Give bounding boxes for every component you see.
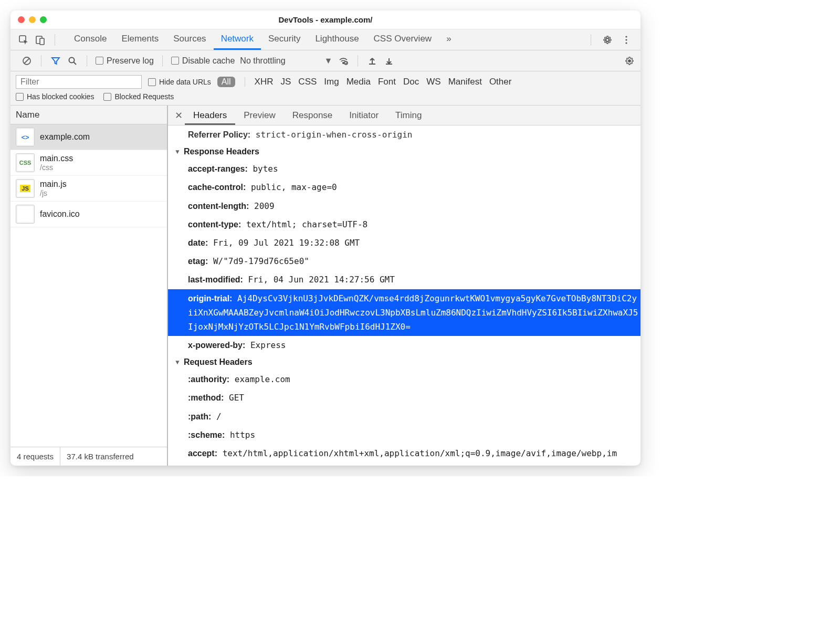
header-row[interactable]: :authority: example.com [168,370,640,388]
filter-type-ws[interactable]: WS [426,77,440,87]
filter-type-media[interactable]: Media [346,77,371,87]
detail-tab-headers[interactable]: Headers [185,106,235,125]
svg-point-14 [628,59,631,61]
svg-rect-2 [40,38,44,45]
referrer-policy-row: Referrer Policy: strict-origin-when-cros… [168,125,640,144]
divider [591,34,591,46]
detail-pane: ✕ HeadersPreviewResponseInitiatorTiming … [168,106,640,466]
split-pane: Name <>example.comCSSmain.css/cssJSmain.… [10,106,640,466]
device-toolbar-icon[interactable] [35,34,46,46]
tab-lighthouse[interactable]: Lighthouse [308,29,366,50]
search-icon[interactable] [67,55,78,67]
import-har-icon[interactable] [366,55,378,67]
header-row[interactable]: etag: W/"7d9-179d76c65e0" [168,252,640,270]
header-row[interactable]: cache-control: public, max-age=0 [168,178,640,196]
filter-bar: Hide data URLs All XHRJSCSSImgMediaFontD… [10,71,640,106]
clear-button[interactable] [21,55,33,67]
devtools-window: DevTools - example.com/ ConsoleElementsS… [10,10,640,466]
divider [358,55,358,67]
request-list-header[interactable]: Name [10,106,167,124]
request-headers-section[interactable]: ▼Request Headers [168,354,640,370]
hide-data-urls-label: Hide data URLs [159,78,211,86]
header-row[interactable]: accept-ranges: bytes [168,160,640,178]
tab-elements[interactable]: Elements [114,29,166,50]
header-row[interactable]: last-modified: Fri, 04 Jun 2021 14:27:56… [168,270,640,289]
preserve-log-checkbox[interactable]: Preserve log [96,56,154,66]
header-origin-trial[interactable]: origin-trial: Aj4DysCv3VjknU3jJvkDEwnQZK… [168,289,640,336]
request-name: favicon.ico [40,209,80,219]
close-window-button[interactable] [18,16,25,23]
filter-icon[interactable] [50,55,61,67]
export-har-icon[interactable] [383,55,395,67]
throttling-select[interactable]: No throttling ▼ [240,56,332,66]
has-blocked-cookies-checkbox[interactable]: Has blocked cookies [16,92,94,101]
svg-rect-12 [369,64,375,65]
network-toolbar: Preserve log Disable cache No throttling… [10,50,640,71]
header-row[interactable]: :method: GET [168,388,640,407]
filter-type-other[interactable]: Other [489,77,512,87]
main-tabbar: ConsoleElementsSourcesNetworkSecurityLig… [10,29,640,50]
svg-point-3 [625,36,627,37]
zoom-window-button[interactable] [40,16,47,23]
filter-type-img[interactable]: Img [324,77,339,87]
requests-count: 4 requests [10,447,60,466]
svg-rect-13 [386,64,392,65]
header-row[interactable]: date: Fri, 09 Jul 2021 19:32:08 GMT [168,234,640,252]
blocked-requests-checkbox[interactable]: Blocked Requests [103,92,174,101]
request-row[interactable]: CSSmain.css/css [10,150,167,176]
tabs-overflow-button[interactable]: » [439,29,458,50]
transferred-size: 37.4 kB transferred [60,447,140,466]
minimize-window-button[interactable] [29,16,36,23]
file-type-icon: JS [16,179,35,198]
tab-console[interactable]: Console [67,29,114,50]
kebab-menu-icon[interactable] [621,34,632,46]
header-row[interactable]: :scheme: https [168,426,640,444]
filter-type-font[interactable]: Font [378,77,396,87]
header-row[interactable]: content-length: 2009 [168,197,640,215]
filter-type-manifest[interactable]: Manifest [448,77,482,87]
blocked-requests-label: Blocked Requests [114,92,174,101]
disable-cache-checkbox[interactable]: Disable cache [171,56,235,66]
tab-network[interactable]: Network [214,29,261,50]
network-settings-gear-icon[interactable] [624,55,635,67]
response-headers-label: Response Headers [184,147,259,156]
divider [41,55,41,67]
request-row[interactable]: <>example.com [10,124,167,150]
status-footer: 4 requests 37.4 kB transferred [10,447,167,466]
header-row[interactable]: content-type: text/html; charset=UTF-8 [168,215,640,234]
request-row[interactable]: favicon.ico [10,202,167,227]
request-row[interactable]: JSmain.js/js [10,176,167,202]
request-name: main.css [40,153,73,163]
request-headers-label: Request Headers [184,357,253,367]
close-detail-button[interactable]: ✕ [172,110,185,121]
file-type-icon: <> [16,128,35,146]
divider [87,55,87,67]
hide-data-urls-checkbox[interactable]: Hide data URLs [148,78,211,86]
inspect-element-icon[interactable] [18,34,29,46]
detail-tab-response[interactable]: Response [284,106,341,125]
tab-sources[interactable]: Sources [166,29,213,50]
headers-panel: Referrer Policy: strict-origin-when-cros… [168,125,640,466]
detail-tab-preview[interactable]: Preview [235,106,284,125]
throttling-value: No throttling [240,56,285,66]
header-row[interactable]: accept: text/html,application/xhtml+xml,… [168,444,640,462]
file-type-icon: CSS [16,153,35,172]
filter-type-doc[interactable]: Doc [403,77,419,87]
filter-type-xhr[interactable]: XHR [255,77,274,87]
network-conditions-icon[interactable] [338,55,349,67]
filter-input[interactable] [16,75,142,89]
request-list-pane: Name <>example.comCSSmain.css/cssJSmain.… [10,106,168,466]
header-x-powered-by[interactable]: x-powered-by: Express [168,336,640,354]
filter-type-css[interactable]: CSS [298,77,317,87]
tab-css-overview[interactable]: CSS Overview [366,29,439,50]
tab-security[interactable]: Security [261,29,308,50]
filter-type-js[interactable]: JS [281,77,291,87]
settings-gear-icon[interactable] [602,34,613,46]
detail-tab-timing[interactable]: Timing [387,106,430,125]
request-path: /js [40,189,67,198]
header-row[interactable]: :path: / [168,407,640,426]
detail-tab-initiator[interactable]: Initiator [341,106,387,125]
response-headers-section[interactable]: ▼Response Headers [168,144,640,160]
svg-point-10 [343,62,344,64]
filter-all-button[interactable]: All [217,77,235,87]
